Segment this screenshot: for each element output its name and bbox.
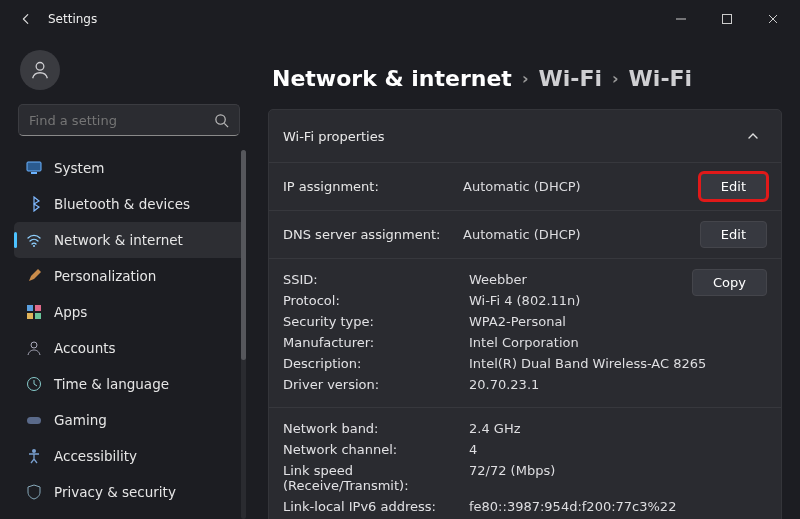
property-key: Manufacturer: — [283, 335, 469, 350]
sidebar-item-gaming[interactable]: Gaming — [14, 402, 246, 438]
wifi-details-block-2: Network band:2.4 GHzNetwork channel:4Lin… — [269, 407, 781, 519]
sidebar-item-bluetooth[interactable]: Bluetooth & devices — [14, 186, 246, 222]
sidebar-item-privacy[interactable]: Privacy & security — [14, 474, 246, 510]
user-avatar[interactable] — [20, 50, 60, 90]
wifi-properties-card: Wi-Fi properties IP assignment: Automati… — [268, 109, 782, 519]
svg-point-3 — [216, 114, 225, 123]
sidebar-item-label: Privacy & security — [54, 484, 176, 500]
svg-line-4 — [224, 123, 228, 127]
svg-rect-6 — [31, 172, 37, 174]
sidebar-nav: System Bluetooth & devices Network & int… — [14, 150, 246, 519]
sidebar-item-label: Time & language — [54, 376, 169, 392]
svg-rect-14 — [27, 417, 41, 424]
property-row: Driver version:20.70.23.1 — [283, 374, 767, 395]
window-title: Settings — [48, 12, 97, 26]
property-row: Description:Intel(R) Dual Band Wireless-… — [283, 353, 767, 374]
property-key: Network channel: — [283, 442, 469, 457]
svg-point-15 — [32, 449, 36, 453]
wifi-details-block-1: Copy SSID:WeebberProtocol:Wi-Fi 4 (802.1… — [269, 258, 781, 407]
property-key: SSID: — [283, 272, 469, 287]
sidebar-item-accessibility[interactable]: Accessibility — [14, 438, 246, 474]
svg-point-12 — [31, 342, 37, 348]
clock-icon — [26, 376, 42, 392]
sidebar-item-label: Gaming — [54, 412, 107, 428]
breadcrumb-level-1[interactable]: Network & internet — [272, 66, 512, 91]
property-value: 20.70.23.1 — [469, 377, 767, 392]
svg-rect-8 — [27, 305, 33, 311]
chevron-up-icon — [739, 122, 767, 150]
property-key: Protocol: — [283, 293, 469, 308]
property-value: 2.4 GHz — [469, 421, 767, 436]
property-value: WPA2-Personal — [469, 314, 767, 329]
svg-rect-9 — [35, 305, 41, 311]
property-key: Network band: — [283, 421, 469, 436]
property-key: Driver version: — [283, 377, 469, 392]
search-input[interactable] — [29, 113, 214, 128]
search-icon — [214, 113, 229, 128]
svg-point-7 — [33, 245, 35, 247]
property-value: fe80::3987:954d:f200:77c3%22 — [469, 499, 767, 514]
display-icon — [26, 160, 42, 176]
accounts-icon — [26, 340, 42, 356]
maximize-button[interactable] — [704, 3, 750, 35]
dns-assignment-row: DNS server assignment: Automatic (DHCP) … — [269, 210, 781, 258]
breadcrumb: Network & internet › Wi-Fi › Wi-Fi — [272, 66, 782, 91]
search-box[interactable] — [18, 104, 240, 136]
chevron-right-icon: › — [612, 69, 619, 88]
sidebar-item-accounts[interactable]: Accounts — [14, 330, 246, 366]
property-row: Link-local IPv6 address:fe80::3987:954d:… — [283, 496, 767, 517]
sidebar-item-network[interactable]: Network & internet — [14, 222, 246, 258]
copy-button[interactable]: Copy — [692, 269, 767, 296]
property-row: Network channel:4 — [283, 439, 767, 460]
property-value: 4 — [469, 442, 767, 457]
dns-assignment-label: DNS server assignment: — [283, 227, 463, 242]
svg-rect-10 — [27, 313, 33, 319]
sidebar-item-update[interactable]: Windows Update — [14, 510, 246, 519]
paintbrush-icon — [26, 268, 42, 284]
sidebar-item-label: Accounts — [54, 340, 116, 356]
sidebar-item-system[interactable]: System — [14, 150, 246, 186]
property-value: Intel(R) Dual Band Wireless-AC 8265 — [469, 356, 767, 371]
property-row: Network band:2.4 GHz — [283, 418, 767, 439]
sidebar-item-label: Bluetooth & devices — [54, 196, 190, 212]
card-header[interactable]: Wi-Fi properties — [269, 110, 781, 162]
svg-point-2 — [36, 62, 44, 70]
back-button[interactable] — [12, 5, 40, 33]
bluetooth-icon — [26, 196, 42, 212]
sidebar-item-personalization[interactable]: Personalization — [14, 258, 246, 294]
breadcrumb-level-2[interactable]: Wi-Fi — [538, 66, 602, 91]
ip-assignment-row: IP assignment: Automatic (DHCP) Edit — [269, 162, 781, 210]
property-row: Security type:WPA2-Personal — [283, 311, 767, 332]
property-value: Intel Corporation — [469, 335, 767, 350]
sidebar-item-label: Personalization — [54, 268, 156, 284]
sidebar-item-label: Apps — [54, 304, 87, 320]
sidebar-scrollbar[interactable] — [241, 150, 246, 519]
dns-assignment-value: Automatic (DHCP) — [463, 227, 700, 242]
property-row: Manufacturer:Intel Corporation — [283, 332, 767, 353]
property-key: Description: — [283, 356, 469, 371]
shield-icon — [26, 484, 42, 500]
close-button[interactable] — [750, 3, 796, 35]
ip-assignment-label: IP assignment: — [283, 179, 463, 194]
svg-rect-11 — [35, 313, 41, 319]
ip-assignment-value: Automatic (DHCP) — [463, 179, 700, 194]
sidebar-item-label: Accessibility — [54, 448, 137, 464]
svg-rect-5 — [27, 162, 41, 171]
accessibility-icon — [26, 448, 42, 464]
minimize-button[interactable] — [658, 3, 704, 35]
sidebar-item-apps[interactable]: Apps — [14, 294, 246, 330]
property-value: 72/72 (Mbps) — [469, 463, 767, 493]
property-row: Link speed (Receive/Transmit):72/72 (Mbp… — [283, 460, 767, 496]
apps-icon — [26, 304, 42, 320]
svg-rect-1 — [723, 15, 732, 24]
sidebar-item-label: Network & internet — [54, 232, 183, 248]
card-title: Wi-Fi properties — [283, 129, 385, 144]
person-icon — [29, 59, 51, 81]
property-key: Security type: — [283, 314, 469, 329]
sidebar-item-time[interactable]: Time & language — [14, 366, 246, 402]
breadcrumb-level-3: Wi-Fi — [629, 66, 693, 91]
property-key: Link speed (Receive/Transmit): — [283, 463, 469, 493]
edit-dns-button[interactable]: Edit — [700, 221, 767, 248]
edit-ip-button[interactable]: Edit — [700, 173, 767, 200]
gaming-icon — [26, 412, 42, 428]
